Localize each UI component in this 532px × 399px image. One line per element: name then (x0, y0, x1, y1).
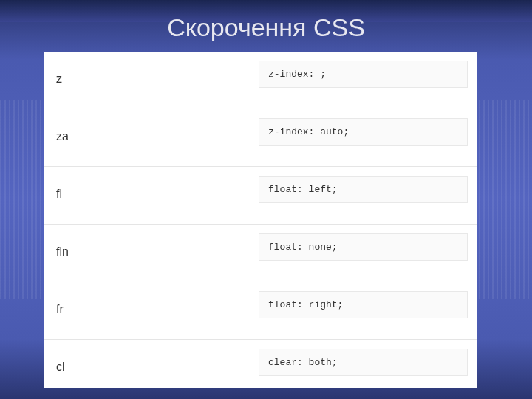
expansion-cell: clear: both; (259, 340, 477, 388)
abbrev-cell: z (44, 52, 259, 109)
expansion-cell: float: none; (259, 225, 477, 282)
slide-title: Скорочення CSS (0, 13, 532, 42)
code-box: z-index: auto; (259, 118, 468, 146)
code-box: float: left; (259, 176, 468, 203)
table-row: fl float: left; (44, 167, 477, 225)
code-box: clear: both; (259, 349, 468, 376)
expansion-cell: z-index: auto; (259, 109, 477, 166)
abbrev-cell: fl (44, 167, 259, 224)
abbrev-cell: cl (44, 340, 259, 388)
expansion-cell: z-index: ; (259, 52, 477, 109)
abbrev-cell: za (44, 109, 259, 166)
code-box: z-index: ; (259, 61, 468, 88)
abbrev-cell: fln (44, 225, 259, 282)
table-row: za z-index: auto; (44, 109, 477, 167)
expansion-cell: float: left; (259, 167, 477, 224)
expansion-cell: float: right; (259, 282, 477, 339)
table-row: z z-index: ; (44, 52, 477, 109)
shortcuts-table: z z-index: ; za z-index: auto; fl float:… (44, 52, 477, 388)
code-box: float: right; (259, 291, 468, 318)
abbrev-cell: fr (44, 282, 259, 339)
table-row: cl clear: both; (44, 340, 477, 388)
table-row: fln float: none; (44, 225, 477, 282)
table-row: fr float: right; (44, 282, 477, 340)
code-box: float: none; (259, 233, 468, 261)
